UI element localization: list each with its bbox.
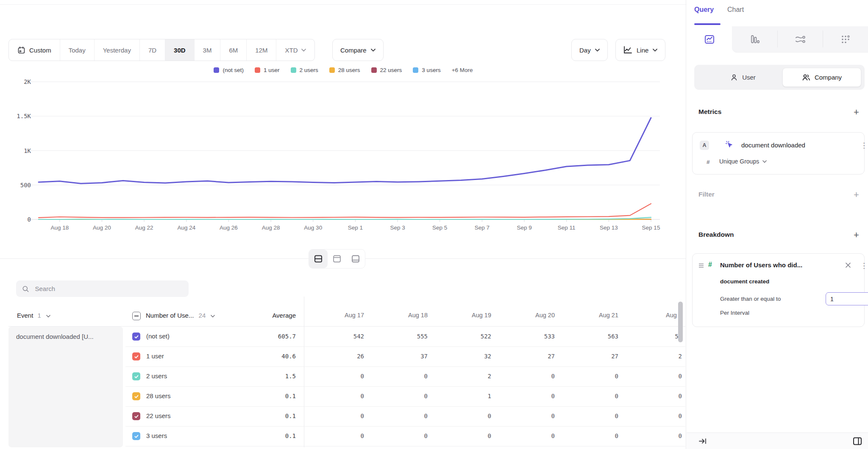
cell-value: 542 <box>304 333 364 340</box>
users-icon <box>802 74 810 81</box>
metric-column-header[interactable]: Number of Use... 24 <box>146 312 215 319</box>
cell-value: 0 <box>622 373 682 380</box>
average-value: 0.1 <box>231 393 296 399</box>
x-axis-tick-label: Aug 30 <box>304 224 322 231</box>
y-axis-tick-label: 500 <box>8 182 31 188</box>
header-checkbox[interactable] <box>132 312 141 320</box>
chart-type-flow-button[interactable] <box>777 26 823 52</box>
row-checkbox[interactable] <box>132 392 140 400</box>
search-input[interactable] <box>34 285 183 293</box>
search-icon <box>22 285 29 293</box>
row-checkbox[interactable] <box>132 352 140 360</box>
entity-user-option[interactable]: User <box>704 68 782 87</box>
check-icon <box>134 374 139 379</box>
event-column-header[interactable]: Event 1 <box>17 312 50 319</box>
average-value: 0.1 <box>231 432 296 439</box>
cell-value: 32 <box>431 353 491 360</box>
event-click-icon <box>725 140 734 150</box>
row-checkbox[interactable] <box>132 432 140 440</box>
cell-value: 2 <box>431 373 491 380</box>
event-cell-panel[interactable] <box>8 327 123 447</box>
tab-chart[interactable]: Chart <box>727 6 744 14</box>
search-box <box>16 280 189 297</box>
y-axis-tick-label: 1K <box>8 147 31 154</box>
breakdown-title[interactable]: Number of Users who did... <box>720 261 802 269</box>
table-row[interactable]: 3 users 0.1000000 <box>125 426 685 446</box>
series-label: 2 users <box>146 372 167 380</box>
layout-table-button[interactable] <box>346 249 365 268</box>
cell-value: 533 <box>495 333 555 340</box>
cell-value: 0 <box>622 432 682 439</box>
breakdown-kebab-menu[interactable]: ⋮ <box>860 261 868 270</box>
filter-heading: Filter <box>698 191 715 198</box>
breakdown-condition-row: Greater than or equal to Times <box>720 296 781 302</box>
measure-selector[interactable]: Unique Groups <box>719 158 767 165</box>
metric-card[interactable]: A document downloaded ⋮ # Unique Groups <box>692 132 865 175</box>
table-row[interactable]: (not set) 605.754255552253356353 <box>125 327 685 347</box>
metric-kebab-menu[interactable]: ⋮ <box>860 141 868 150</box>
row-checkbox[interactable] <box>132 372 140 380</box>
y-axis-tick-label: 2K <box>8 78 31 85</box>
chart-type-segmentation-button[interactable] <box>687 26 732 52</box>
add-filter-button[interactable]: + <box>854 191 859 199</box>
cell-value: 0 <box>304 432 364 439</box>
series-label: 3 users <box>146 432 167 439</box>
line-chart[interactable] <box>0 0 687 237</box>
table-row[interactable]: 2 users 1.5002000 <box>125 366 685 387</box>
metric-event-name[interactable]: document downloaded <box>741 141 805 149</box>
average-value: 40.6 <box>231 353 296 360</box>
check-icon <box>134 414 139 419</box>
breakdown-event-name[interactable]: document created <box>720 278 769 285</box>
entity-company-label: Company <box>815 74 842 81</box>
cell-value: 563 <box>558 333 618 340</box>
cell-value: 0 <box>431 432 491 439</box>
x-axis-tick-label: Aug 20 <box>93 224 111 231</box>
table-row[interactable]: 28 users 0.1001000 <box>125 386 685 407</box>
x-axis-tick-label: Sep 5 <box>432 224 447 231</box>
x-axis-tick-label: Sep 13 <box>600 224 618 231</box>
x-axis-tick-label: Sep 1 <box>348 224 363 231</box>
entity-company-option[interactable]: Company <box>782 68 861 87</box>
times-value-input[interactable] <box>826 292 868 305</box>
panel-footer <box>687 432 868 449</box>
breakdown-card[interactable]: # Number of Users who did... ⋮ document … <box>692 253 865 327</box>
date-column-header: Aug 18 <box>367 312 428 319</box>
cell-value: 0 <box>622 413 682 419</box>
cell-value: 0 <box>558 432 618 439</box>
flow-chart-icon <box>794 34 806 45</box>
row-checkbox[interactable] <box>132 333 140 341</box>
per-interval-label[interactable]: Per Interval <box>720 310 749 316</box>
vertical-scrollbar[interactable] <box>678 302 683 342</box>
cell-value: 522 <box>431 333 491 340</box>
close-icon[interactable] <box>845 262 851 268</box>
chart-type-funnel-button[interactable] <box>732 26 777 52</box>
metric-badge: A <box>700 141 709 150</box>
layout-chart-button[interactable] <box>328 249 346 268</box>
bar-chart-icon <box>749 34 760 45</box>
row-checkbox[interactable] <box>132 412 140 420</box>
x-axis-tick-label: Sep 11 <box>558 224 576 231</box>
x-axis-tick-label: Aug 28 <box>262 224 280 231</box>
series-label: 28 users <box>146 392 171 399</box>
chart-type-more-button[interactable] <box>823 26 868 52</box>
segmentation-chart-icon <box>704 34 715 45</box>
x-axis-tick-label: Sep 3 <box>390 224 405 231</box>
date-column-header: Aug 21 <box>558 312 618 319</box>
toggle-sidebar-icon[interactable] <box>853 437 862 446</box>
event-count: 1 <box>38 312 41 319</box>
date-column-header: Aug 19 <box>431 312 491 319</box>
breakdown-symbol: # <box>708 261 712 269</box>
x-axis-tick-label: Sep 15 <box>642 224 660 231</box>
tab-query[interactable]: Query <box>694 6 714 14</box>
layout-split-button[interactable] <box>309 249 328 268</box>
table-row[interactable]: 22 users 0.1000000 <box>125 406 685 427</box>
cell-value: 0 <box>495 432 555 439</box>
add-metric-button[interactable]: + <box>854 108 859 116</box>
check-icon <box>134 354 139 359</box>
table-row[interactable]: 1 user 40.626373227272 <box>125 346 685 367</box>
cell-value: 0 <box>367 413 428 419</box>
collapse-panel-icon[interactable] <box>698 438 707 445</box>
add-breakdown-button[interactable]: + <box>854 231 859 239</box>
condition-label[interactable]: Greater than or equal to <box>720 296 781 302</box>
drag-handle-icon[interactable] <box>698 263 704 268</box>
